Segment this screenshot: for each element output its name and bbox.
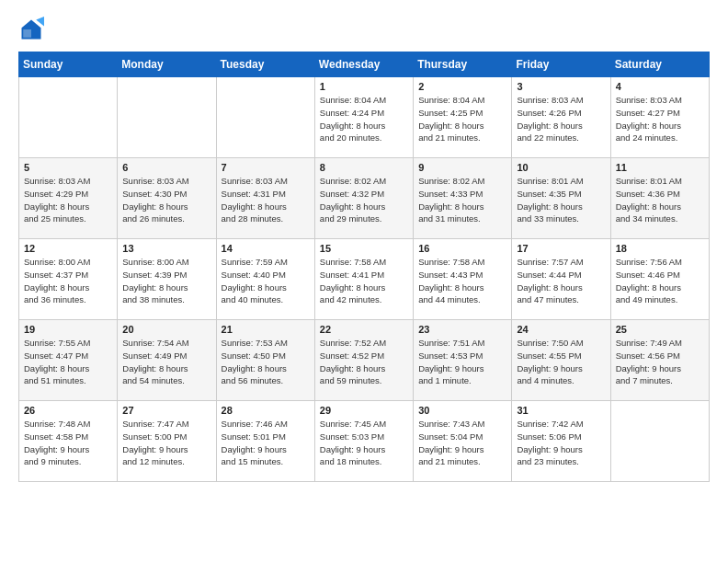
day-info: Sunrise: 8:02 AM Sunset: 4:33 PM Dayligh… [418,175,506,225]
day-number: 4 [616,81,704,92]
week-row-4: 19Sunrise: 7:55 AM Sunset: 4:47 PM Dayli… [19,320,710,401]
calendar-cell: 15Sunrise: 7:58 AM Sunset: 4:41 PM Dayli… [314,239,413,320]
day-info: Sunrise: 7:42 AM Sunset: 5:06 PM Dayligh… [517,418,605,468]
day-info: Sunrise: 7:43 AM Sunset: 5:04 PM Dayligh… [418,418,506,468]
calendar-cell: 26Sunrise: 7:48 AM Sunset: 4:58 PM Dayli… [19,401,118,482]
calendar-cell: 13Sunrise: 8:00 AM Sunset: 4:39 PM Dayli… [118,239,216,320]
day-number: 2 [418,81,506,92]
day-number: 30 [418,405,506,416]
day-info: Sunrise: 7:49 AM Sunset: 4:56 PM Dayligh… [616,337,704,387]
weekday-row: SundayMondayTuesdayWednesdayThursdayFrid… [19,52,710,77]
week-row-3: 12Sunrise: 8:00 AM Sunset: 4:37 PM Dayli… [19,239,710,320]
weekday-header-tuesday: Tuesday [216,52,314,77]
calendar-cell: 5Sunrise: 8:03 AM Sunset: 4:29 PM Daylig… [19,158,118,239]
day-info: Sunrise: 8:03 AM Sunset: 4:30 PM Dayligh… [122,175,210,225]
calendar-cell: 24Sunrise: 7:50 AM Sunset: 4:55 PM Dayli… [512,320,610,401]
day-info: Sunrise: 7:59 AM Sunset: 4:40 PM Dayligh… [222,256,310,306]
calendar-cell: 31Sunrise: 7:42 AM Sunset: 5:06 PM Dayli… [512,401,610,482]
calendar-cell: 9Sunrise: 8:02 AM Sunset: 4:33 PM Daylig… [414,158,512,239]
day-info: Sunrise: 7:54 AM Sunset: 4:49 PM Dayligh… [122,337,210,387]
calendar-cell: 10Sunrise: 8:01 AM Sunset: 4:35 PM Dayli… [512,158,610,239]
calendar-cell: 20Sunrise: 7:54 AM Sunset: 4:49 PM Dayli… [118,320,216,401]
calendar-cell: 21Sunrise: 7:53 AM Sunset: 4:50 PM Dayli… [216,320,314,401]
calendar-cell: 16Sunrise: 7:58 AM Sunset: 4:43 PM Dayli… [414,239,512,320]
day-info: Sunrise: 7:48 AM Sunset: 4:58 PM Dayligh… [24,418,112,468]
day-number: 3 [517,81,605,92]
day-number: 25 [616,324,704,335]
day-info: Sunrise: 8:00 AM Sunset: 4:37 PM Dayligh… [24,256,112,306]
day-number: 20 [122,324,210,335]
weekday-header-thursday: Thursday [414,52,512,77]
day-number: 13 [122,243,210,254]
day-number: 12 [24,243,112,254]
weekday-header-monday: Monday [118,52,216,77]
day-info: Sunrise: 8:00 AM Sunset: 4:39 PM Dayligh… [122,256,210,306]
day-info: Sunrise: 7:50 AM Sunset: 4:55 PM Dayligh… [517,337,605,387]
day-number: 5 [24,162,112,173]
svg-marker-1 [36,17,44,27]
logo [18,17,48,42]
calendar-cell: 2Sunrise: 8:04 AM Sunset: 4:25 PM Daylig… [414,77,512,158]
day-info: Sunrise: 8:04 AM Sunset: 4:25 PM Dayligh… [418,94,506,144]
calendar-cell: 1Sunrise: 8:04 AM Sunset: 4:24 PM Daylig… [314,77,413,158]
calendar-cell: 27Sunrise: 7:47 AM Sunset: 5:00 PM Dayli… [118,401,216,482]
calendar-cell: 25Sunrise: 7:49 AM Sunset: 4:56 PM Dayli… [610,320,709,401]
calendar-cell: 29Sunrise: 7:45 AM Sunset: 5:03 PM Dayli… [314,401,413,482]
day-info: Sunrise: 7:57 AM Sunset: 4:44 PM Dayligh… [517,256,605,306]
day-info: Sunrise: 7:47 AM Sunset: 5:00 PM Dayligh… [122,418,210,468]
calendar-cell [610,401,709,482]
day-number: 8 [320,162,408,173]
calendar-cell: 3Sunrise: 8:03 AM Sunset: 4:26 PM Daylig… [512,77,610,158]
day-info: Sunrise: 7:58 AM Sunset: 4:41 PM Dayligh… [320,256,408,306]
day-number: 29 [320,405,408,416]
weekday-header-friday: Friday [512,52,610,77]
svg-rect-2 [23,29,31,38]
day-number: 11 [616,162,704,173]
day-number: 14 [222,243,310,254]
day-info: Sunrise: 8:03 AM Sunset: 4:29 PM Dayligh… [24,175,112,225]
day-number: 31 [517,405,605,416]
day-number: 23 [418,324,506,335]
calendar-cell: 7Sunrise: 8:03 AM Sunset: 4:31 PM Daylig… [216,158,314,239]
day-number: 1 [320,81,408,92]
day-number: 18 [616,243,704,254]
day-info: Sunrise: 8:02 AM Sunset: 4:32 PM Dayligh… [320,175,408,225]
calendar-cell: 4Sunrise: 8:03 AM Sunset: 4:27 PM Daylig… [610,77,709,158]
day-number: 6 [122,162,210,173]
calendar-body: 1Sunrise: 8:04 AM Sunset: 4:24 PM Daylig… [19,77,710,482]
calendar-cell: 19Sunrise: 7:55 AM Sunset: 4:47 PM Dayli… [19,320,118,401]
day-info: Sunrise: 8:03 AM Sunset: 4:26 PM Dayligh… [517,94,605,144]
day-info: Sunrise: 7:45 AM Sunset: 5:03 PM Dayligh… [320,418,408,468]
weekday-header-sunday: Sunday [19,52,118,77]
calendar-cell: 22Sunrise: 7:52 AM Sunset: 4:52 PM Dayli… [314,320,413,401]
day-info: Sunrise: 8:03 AM Sunset: 4:27 PM Dayligh… [616,94,704,144]
calendar-header: SundayMondayTuesdayWednesdayThursdayFrid… [19,52,710,77]
calendar-cell: 17Sunrise: 7:57 AM Sunset: 4:44 PM Dayli… [512,239,610,320]
calendar-cell: 30Sunrise: 7:43 AM Sunset: 5:04 PM Dayli… [414,401,512,482]
week-row-2: 5Sunrise: 8:03 AM Sunset: 4:29 PM Daylig… [19,158,710,239]
weekday-header-wednesday: Wednesday [314,52,413,77]
day-number: 15 [320,243,408,254]
calendar-cell: 23Sunrise: 7:51 AM Sunset: 4:53 PM Dayli… [414,320,512,401]
day-number: 22 [320,324,408,335]
day-number: 10 [517,162,605,173]
day-info: Sunrise: 7:55 AM Sunset: 4:47 PM Dayligh… [24,337,112,387]
weekday-header-saturday: Saturday [610,52,709,77]
week-row-1: 1Sunrise: 8:04 AM Sunset: 4:24 PM Daylig… [19,77,710,158]
day-info: Sunrise: 7:58 AM Sunset: 4:43 PM Dayligh… [418,256,506,306]
calendar-cell: 28Sunrise: 7:46 AM Sunset: 5:01 PM Dayli… [216,401,314,482]
calendar-table: SundayMondayTuesdayWednesdayThursdayFrid… [18,52,710,482]
calendar-cell: 18Sunrise: 7:56 AM Sunset: 4:46 PM Dayli… [610,239,709,320]
day-number: 28 [222,405,310,416]
day-number: 16 [418,243,506,254]
calendar-cell: 6Sunrise: 8:03 AM Sunset: 4:30 PM Daylig… [118,158,216,239]
day-info: Sunrise: 7:53 AM Sunset: 4:50 PM Dayligh… [222,337,310,387]
day-number: 26 [24,405,112,416]
day-info: Sunrise: 8:01 AM Sunset: 4:36 PM Dayligh… [616,175,704,225]
calendar-cell [216,77,314,158]
calendar-cell [19,77,118,158]
calendar-cell [118,77,216,158]
page: SundayMondayTuesdayWednesdayThursdayFrid… [0,0,728,563]
week-row-5: 26Sunrise: 7:48 AM Sunset: 4:58 PM Dayli… [19,401,710,482]
calendar-cell: 14Sunrise: 7:59 AM Sunset: 4:40 PM Dayli… [216,239,314,320]
